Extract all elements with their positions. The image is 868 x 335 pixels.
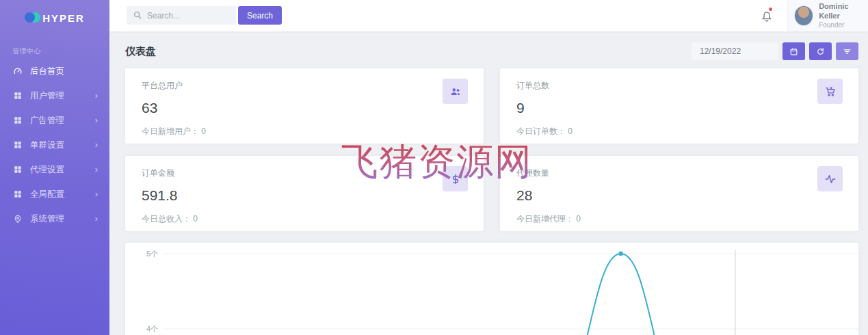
sidebar-item-agent-settings[interactable]: 代理设置 ›	[0, 157, 109, 182]
sidebar-item-label: 后台首页	[30, 66, 64, 77]
stat-sub-value: 0	[193, 214, 198, 224]
chevron-right-icon: ›	[95, 164, 98, 174]
user-role: Founder	[819, 21, 868, 30]
stat-sub-label: 今日新增代理：	[516, 214, 574, 224]
sidebar-item-dashboard[interactable]: 后台首页	[0, 59, 109, 83]
stat-value: 63	[142, 100, 467, 116]
bell-icon[interactable]	[759, 8, 774, 23]
stat-value: 591.8	[142, 187, 467, 204]
stat-sub-label: 今日新增用户：	[142, 126, 199, 136]
svg-text:5个: 5个	[146, 250, 158, 258]
filter-button[interactable]	[836, 42, 858, 60]
search-button[interactable]: Search	[238, 6, 282, 25]
grid-icon	[13, 189, 23, 199]
sidebar-item-label: 全局配置	[30, 189, 64, 200]
sidebar-item-label: 系统管理	[30, 213, 64, 225]
activity-icon	[817, 166, 843, 191]
grid-icon	[13, 140, 23, 150]
cart-icon	[817, 79, 843, 104]
stat-card-agent-count: 代理数量 28 今日新增代理： 0	[500, 156, 858, 231]
brand-name: HYPER	[42, 12, 85, 24]
chevron-right-icon: ›	[95, 189, 98, 199]
sidebar-item-label: 广告管理	[30, 115, 64, 126]
users-icon	[443, 79, 468, 104]
sidebar-item-label: 代理设置	[30, 164, 64, 176]
sidebar-item-ads[interactable]: 广告管理 ›	[0, 108, 109, 133]
filter-icon	[843, 47, 852, 56]
stat-label: 订单金额	[142, 168, 467, 179]
search-icon	[133, 10, 142, 20]
date-input[interactable]	[692, 42, 778, 60]
user-menu[interactable]: Dominic Keller Founder	[787, 0, 868, 31]
stat-card-total-users: 平台总用户 63 今日新增用户： 0	[125, 68, 484, 144]
stat-label: 订单总数	[516, 80, 842, 92]
refresh-button[interactable]	[809, 42, 832, 60]
chevron-right-icon: ›	[95, 115, 98, 125]
search-input[interactable]	[127, 6, 236, 25]
brand-logo-icon	[25, 12, 42, 24]
map-pin-icon	[13, 214, 23, 224]
sidebar-item-users[interactable]: 用户管理 ›	[0, 83, 109, 108]
chevron-right-icon: ›	[95, 90, 98, 100]
grid-icon	[13, 165, 23, 174]
stat-value: 28	[516, 187, 842, 204]
chevron-right-icon: ›	[95, 213, 98, 224]
stat-sub-value: 0	[568, 126, 573, 136]
grid-icon	[13, 91, 23, 100]
page-title: 仪表盘	[125, 45, 156, 58]
topbar: Search Dominic Keller Founder	[109, 0, 868, 31]
sidebar-item-system[interactable]: 系统管理 ›	[0, 206, 109, 231]
orders-chart-card: 5个4个	[125, 243, 858, 335]
dollar-icon	[443, 166, 468, 191]
grid-icon	[13, 116, 23, 125]
main-content: 仪表盘 平台总用户 63 今日新增用户： 0 订单总数 9 今日	[109, 31, 868, 335]
brand-logo[interactable]: HYPER	[0, 0, 109, 36]
gauge-icon	[13, 66, 23, 76]
calendar-button[interactable]	[782, 42, 805, 60]
sidebar-item-group-settings[interactable]: 单群设置 ›	[0, 133, 109, 157]
stat-sub-value: 0	[201, 126, 206, 136]
svg-text:4个: 4个	[146, 325, 158, 333]
stat-card-total-orders: 订单总数 9 今日订单数： 0	[500, 68, 858, 144]
stat-sub-value: 0	[576, 214, 581, 224]
sidebar: HYPER 管理中心 后台首页 用户管理 › 广告管理 › 单群设置 › 代理设…	[0, 0, 109, 335]
stat-label: 平台总用户	[142, 80, 467, 92]
stat-sub-label: 今日总收入：	[142, 214, 191, 224]
user-name: Dominic Keller	[819, 2, 868, 21]
stat-value: 9	[516, 100, 842, 116]
sidebar-item-label: 用户管理	[30, 90, 64, 102]
sidebar-item-global-config[interactable]: 全局配置 ›	[0, 182, 109, 206]
calendar-icon	[789, 47, 798, 56]
notification-dot	[769, 8, 772, 11]
orders-chart-svg: 5个4个	[125, 243, 858, 335]
stat-sub-label: 今日订单数：	[516, 126, 566, 136]
sidebar-item-label: 单群设置	[30, 139, 64, 151]
avatar	[794, 5, 813, 26]
stat-card-order-amount: 订单金额 591.8 今日总收入： 0	[125, 156, 484, 231]
chevron-right-icon: ›	[95, 139, 98, 150]
stat-label: 代理数量	[516, 168, 842, 179]
sidebar-section-label: 管理中心	[12, 46, 109, 56]
refresh-icon	[816, 47, 825, 56]
